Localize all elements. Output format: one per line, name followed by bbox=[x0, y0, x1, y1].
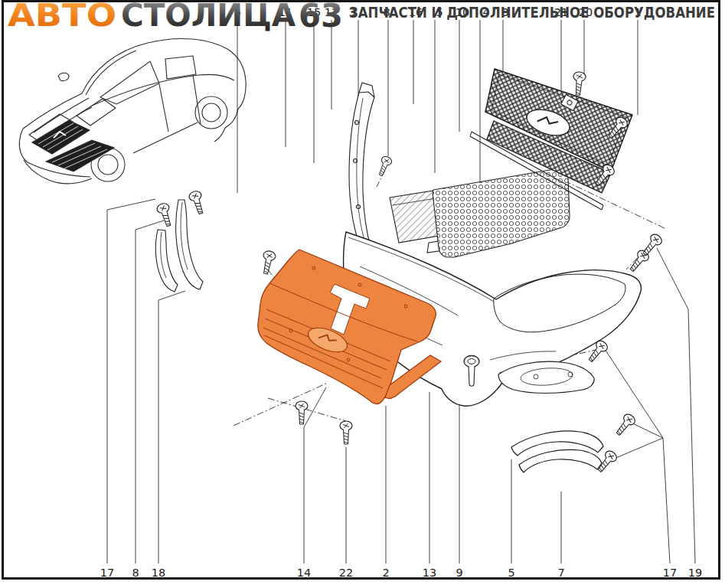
screw-icon bbox=[188, 190, 207, 215]
fog-lamp-trims bbox=[511, 431, 603, 472]
callout-number: 17 bbox=[100, 567, 114, 579]
callout-number: 18 bbox=[152, 567, 165, 579]
screw-icon bbox=[376, 155, 393, 178]
callout-number: 17 bbox=[663, 567, 677, 579]
screw-icon bbox=[613, 412, 637, 437]
callout-number: 2 bbox=[382, 567, 389, 579]
callout-number: 22 bbox=[339, 567, 353, 579]
callout-number: 5 bbox=[508, 567, 514, 579]
callout-number: 9 bbox=[456, 567, 462, 579]
screw-icon bbox=[260, 250, 276, 275]
parts-diagram-svg: 6 11 15 12 3 8 16 5 10 4 3 21 20 1 17 8 … bbox=[0, 0, 725, 588]
site-tagline: ЗАПЧАСТИ И ДОПОЛНИТЕЛЬНОЕ ОБОРУДОВАНИЕ bbox=[349, 4, 715, 21]
catalog-page: 6 11 15 12 3 8 16 5 10 4 3 21 20 1 17 8 … bbox=[0, 0, 725, 588]
screw-icon bbox=[572, 71, 586, 95]
logo-word-63: 63 bbox=[299, 0, 343, 34]
callout-number: 14 bbox=[297, 567, 311, 579]
energy-absorber bbox=[433, 169, 570, 257]
screw-icon bbox=[340, 421, 352, 444]
callout-number: 19 bbox=[688, 567, 702, 579]
callout-number: 7 bbox=[557, 567, 564, 579]
callout-number: 8 bbox=[132, 567, 139, 579]
bumper-bracket bbox=[349, 83, 374, 247]
logo-word-stolica: СТОЛИЦА bbox=[121, 0, 296, 33]
callout-numbers-bottom: 17 8 18 14 22 2 13 9 5 7 17 19 bbox=[100, 567, 702, 579]
brand-logo[interactable]: АВТО СТОЛИЦА 63 bbox=[8, 0, 343, 34]
screw-icon bbox=[296, 401, 308, 424]
screw-icon bbox=[156, 202, 175, 227]
logo-word-avto: АВТО bbox=[8, 0, 116, 33]
callout-number: 13 bbox=[423, 567, 436, 579]
car-thumbnail bbox=[19, 38, 246, 183]
